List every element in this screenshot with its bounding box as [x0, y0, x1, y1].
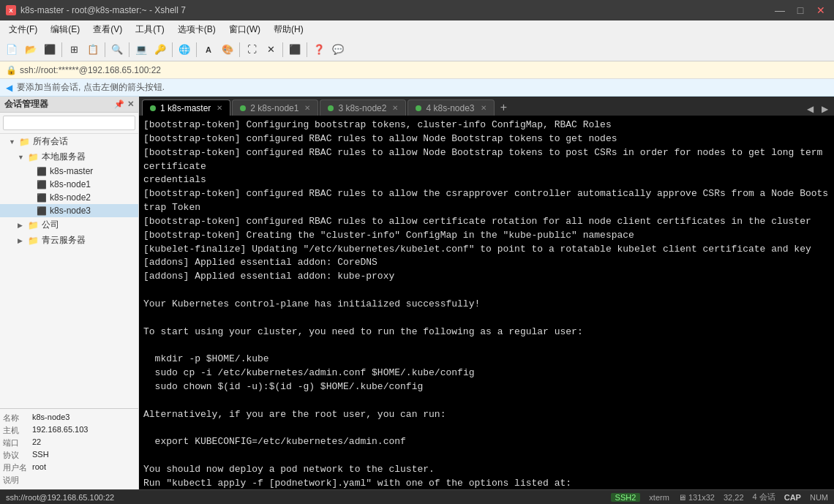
- status-bar: ssh://root@192.168.65.100:22 SSH2 xterm …: [0, 489, 834, 504]
- notification-bar: ◀ 要添加当前会话, 点击左侧的箭头按钮.: [0, 79, 834, 97]
- terminal-output[interactable]: [bootstrap-token] Configuring bootstrap …: [139, 116, 834, 489]
- tab-label-4: 4 k8s-node3: [426, 103, 474, 113]
- menu-window[interactable]: 窗口(W): [223, 22, 266, 37]
- sidebar-label-k8s-node2: k8s-node2: [50, 192, 91, 203]
- ssh-address[interactable]: ssh://root:******@192.168.65.100:22: [20, 65, 161, 75]
- status-ssh-address: ssh://root@192.168.65.100:22: [6, 493, 114, 502]
- sidebar: 会话管理器 📌 ✕ ▼ 📁 所有会话 ▼ 📁 本地服务器: [0, 97, 139, 489]
- sidebar-item-k8s-master[interactable]: ⬛ k8s-master: [0, 165, 138, 178]
- toolbar-screen-btn[interactable]: ⛶: [243, 41, 260, 59]
- maximize-button[interactable]: □: [793, 5, 808, 15]
- menu-view[interactable]: 查看(V): [87, 22, 128, 37]
- tab-close-1[interactable]: ✕: [217, 104, 222, 112]
- status-sessions: 4 会话: [753, 492, 775, 503]
- window-title: k8s-master - root@k8s-master:~ - Xshell …: [20, 5, 186, 15]
- ssh-bar: 🔒 ssh://root:******@192.168.65.100:22: [0, 61, 834, 79]
- sidebar-item-k8s-node1[interactable]: ⬛ k8s-node1: [0, 178, 138, 191]
- expand-local-icon: ▼: [18, 154, 25, 161]
- toolbar-layout-btn[interactable]: ⬛: [286, 41, 304, 59]
- expand-company-icon: ▶: [18, 222, 25, 229]
- session-protocol-label: 协议: [3, 450, 29, 461]
- server-k8s-node1-icon: ⬛: [37, 180, 47, 189]
- toolbar-sep3: [129, 42, 129, 57]
- folder-all-sessions-icon: 📁: [19, 137, 30, 147]
- minimize-button[interactable]: —: [773, 5, 787, 15]
- sidebar-item-local-servers[interactable]: ▼ 📁 本地服务器: [0, 149, 138, 165]
- toolbar-color-btn[interactable]: 🎨: [219, 41, 236, 59]
- sidebar-label-company: 公司: [42, 219, 59, 231]
- tab-k8s-node1[interactable]: 2 k8s-node1 ✕: [232, 99, 318, 116]
- toolbar-paste-btn[interactable]: 📋: [84, 41, 102, 59]
- status-num: NUM: [810, 493, 828, 502]
- sidebar-label-k8s-node3: k8s-node3: [50, 206, 91, 216]
- terminal-area: 1 k8s-master ✕ 2 k8s-node1 ✕ 3 k8s-node2…: [139, 97, 834, 489]
- toolbar-sep8: [307, 42, 307, 57]
- tab-label-3: 3 k8s-node2: [338, 103, 386, 113]
- menu-bar: 文件(F) 编辑(E) 查看(V) 工具(T) 选项卡(B) 窗口(W) 帮助(…: [0, 20, 834, 38]
- sidebar-item-all-sessions[interactable]: ▼ 📁 所有会话: [0, 134, 138, 149]
- session-user-value: root: [32, 462, 46, 473]
- toolbar-sep7: [282, 42, 283, 57]
- toolbar-btn-x[interactable]: ✕: [262, 41, 279, 59]
- tab-nav: ◀ ▶: [803, 102, 831, 116]
- toolbar-key-btn[interactable]: 🔑: [151, 41, 169, 59]
- session-user-label: 用户名: [3, 462, 29, 473]
- folder-local-icon: 📁: [28, 152, 39, 162]
- sidebar-close-icon[interactable]: ✕: [127, 99, 134, 109]
- sidebar-header: 会话管理器 📌 ✕: [0, 97, 138, 113]
- toolbar-new-btn[interactable]: 📄: [3, 41, 20, 59]
- sidebar-pin-icon[interactable]: 📌: [114, 99, 124, 109]
- tab-k8s-node3[interactable]: 4 k8s-node3 ✕: [407, 99, 494, 116]
- tab-k8s-node2[interactable]: 3 k8s-node2 ✕: [320, 99, 406, 116]
- sidebar-tree: ▼ 📁 所有会话 ▼ 📁 本地服务器 ⬛ k8s-master ⬛ k8s-no…: [0, 134, 138, 408]
- tab-k8s-master[interactable]: 1 k8s-master ✕: [142, 99, 230, 116]
- toolbar-font-btn[interactable]: A: [200, 41, 217, 59]
- sidebar-item-qingyun[interactable]: ▶ 📁 青云服务器: [0, 233, 138, 248]
- sidebar-search-input[interactable]: [3, 116, 135, 130]
- tab-close-2[interactable]: ✕: [304, 104, 310, 112]
- menu-edit[interactable]: 编辑(E): [45, 22, 86, 37]
- tab-dot-1: [150, 105, 156, 111]
- tab-dot-3: [328, 105, 334, 111]
- sidebar-item-k8s-node2[interactable]: ⬛ k8s-node2: [0, 191, 138, 204]
- toolbar-session-btn[interactable]: 💻: [132, 41, 150, 59]
- toolbar-sep2: [105, 42, 105, 57]
- menu-file[interactable]: 文件(F): [3, 22, 43, 37]
- tab-close-4[interactable]: ✕: [481, 104, 487, 112]
- sidebar-item-k8s-node3[interactable]: ⬛ k8s-node3: [0, 204, 138, 217]
- toolbar-copy-btn[interactable]: ⊞: [65, 41, 83, 59]
- menu-tabs[interactable]: 选项卡(B): [172, 22, 222, 37]
- session-name-label: 名称: [3, 413, 29, 424]
- toolbar-transfer-btn[interactable]: 🌐: [176, 41, 193, 59]
- status-term-type: xterm: [649, 493, 669, 502]
- menu-help[interactable]: 帮助(H): [268, 22, 309, 37]
- tab-prev-button[interactable]: ◀: [803, 102, 816, 116]
- toolbar: 📄 📂 ⬛ ⊞ 📋 🔍 💻 🔑 🌐 A 🎨 ⛶ ✕ ⬛ ❓ 💬: [0, 38, 834, 61]
- tab-next-button[interactable]: ▶: [818, 102, 831, 116]
- folder-company-icon: 📁: [28, 220, 39, 230]
- tab-add-button[interactable]: +: [496, 99, 512, 116]
- ssh-lock-icon: 🔒: [6, 65, 17, 75]
- app-icon: X: [6, 5, 16, 15]
- tab-dot-2: [240, 105, 246, 111]
- server-k8s-node3-icon: ⬛: [37, 206, 47, 216]
- toolbar-btn3[interactable]: ⬛: [41, 41, 59, 59]
- toolbar-help-btn[interactable]: ❓: [310, 41, 328, 59]
- tab-close-3[interactable]: ✕: [392, 104, 398, 112]
- tab-label-1: 1 k8s-master: [160, 103, 211, 113]
- tab-label-2: 2 k8s-node1: [250, 103, 298, 113]
- sidebar-label-all-sessions: 所有会话: [33, 135, 68, 148]
- folder-qingyun-icon: 📁: [28, 236, 39, 246]
- toolbar-search-btn[interactable]: 🔍: [108, 41, 126, 59]
- session-info-panel: 名称 k8s-node3 主机 192.168.65.103 端口 22 协议 …: [0, 408, 138, 489]
- expand-all-sessions-icon: ▼: [9, 138, 16, 146]
- toolbar-sep4: [172, 42, 173, 57]
- sidebar-label-qingyun: 青云服务器: [42, 234, 86, 247]
- toolbar-open-btn[interactable]: 📂: [22, 41, 40, 59]
- sidebar-item-company[interactable]: ▶ 📁 公司: [0, 217, 138, 233]
- session-host-label: 主机: [3, 425, 29, 436]
- sidebar-label-local: 本地服务器: [42, 151, 86, 163]
- menu-tools[interactable]: 工具(T): [129, 22, 170, 37]
- toolbar-chat-btn[interactable]: 💬: [329, 41, 347, 59]
- close-button[interactable]: ✕: [814, 5, 828, 15]
